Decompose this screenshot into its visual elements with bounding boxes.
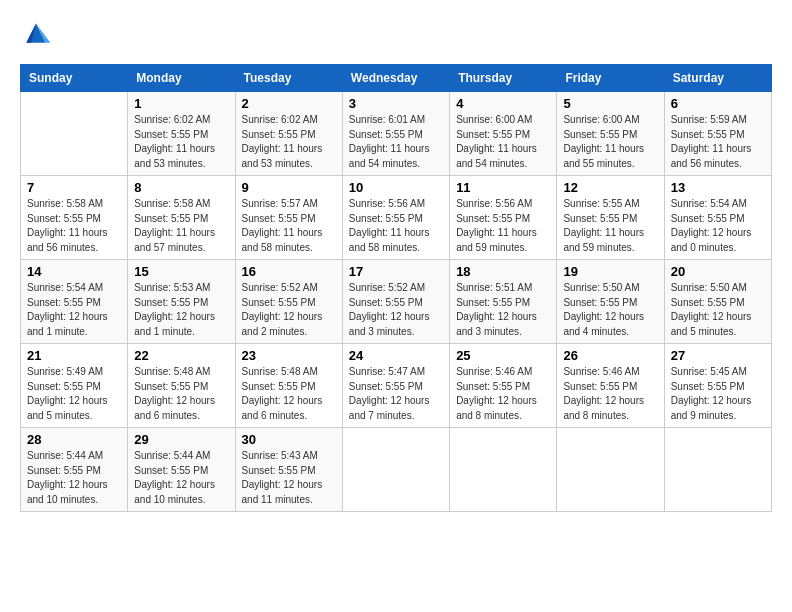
calendar-week-row: 7Sunrise: 5:58 AM Sunset: 5:55 PM Daylig… <box>21 176 772 260</box>
day-number: 15 <box>134 264 228 279</box>
calendar-day-cell: 14Sunrise: 5:54 AM Sunset: 5:55 PM Dayli… <box>21 260 128 344</box>
day-info: Sunrise: 5:54 AM Sunset: 5:55 PM Dayligh… <box>27 281 121 339</box>
day-number: 7 <box>27 180 121 195</box>
day-info: Sunrise: 5:55 AM Sunset: 5:55 PM Dayligh… <box>563 197 657 255</box>
day-info: Sunrise: 5:54 AM Sunset: 5:55 PM Dayligh… <box>671 197 765 255</box>
weekday-header-cell: Tuesday <box>235 65 342 92</box>
calendar-day-cell: 22Sunrise: 5:48 AM Sunset: 5:55 PM Dayli… <box>128 344 235 428</box>
calendar-day-cell: 7Sunrise: 5:58 AM Sunset: 5:55 PM Daylig… <box>21 176 128 260</box>
day-info: Sunrise: 5:52 AM Sunset: 5:55 PM Dayligh… <box>349 281 443 339</box>
day-info: Sunrise: 6:01 AM Sunset: 5:55 PM Dayligh… <box>349 113 443 171</box>
day-number: 16 <box>242 264 336 279</box>
calendar-day-cell: 30Sunrise: 5:43 AM Sunset: 5:55 PM Dayli… <box>235 428 342 512</box>
calendar-day-cell: 25Sunrise: 5:46 AM Sunset: 5:55 PM Dayli… <box>450 344 557 428</box>
day-info: Sunrise: 5:46 AM Sunset: 5:55 PM Dayligh… <box>456 365 550 423</box>
day-info: Sunrise: 5:56 AM Sunset: 5:55 PM Dayligh… <box>456 197 550 255</box>
day-number: 19 <box>563 264 657 279</box>
calendar-day-cell: 18Sunrise: 5:51 AM Sunset: 5:55 PM Dayli… <box>450 260 557 344</box>
day-number: 14 <box>27 264 121 279</box>
day-number: 23 <box>242 348 336 363</box>
day-info: Sunrise: 5:56 AM Sunset: 5:55 PM Dayligh… <box>349 197 443 255</box>
day-number: 2 <box>242 96 336 111</box>
calendar-day-cell: 10Sunrise: 5:56 AM Sunset: 5:55 PM Dayli… <box>342 176 449 260</box>
day-info: Sunrise: 5:47 AM Sunset: 5:55 PM Dayligh… <box>349 365 443 423</box>
calendar-day-cell: 20Sunrise: 5:50 AM Sunset: 5:55 PM Dayli… <box>664 260 771 344</box>
day-info: Sunrise: 5:53 AM Sunset: 5:55 PM Dayligh… <box>134 281 228 339</box>
day-info: Sunrise: 5:51 AM Sunset: 5:55 PM Dayligh… <box>456 281 550 339</box>
day-info: Sunrise: 5:59 AM Sunset: 5:55 PM Dayligh… <box>671 113 765 171</box>
calendar-day-cell: 15Sunrise: 5:53 AM Sunset: 5:55 PM Dayli… <box>128 260 235 344</box>
day-info: Sunrise: 5:49 AM Sunset: 5:55 PM Dayligh… <box>27 365 121 423</box>
weekday-header-row: SundayMondayTuesdayWednesdayThursdayFrid… <box>21 65 772 92</box>
calendar-day-cell: 6Sunrise: 5:59 AM Sunset: 5:55 PM Daylig… <box>664 92 771 176</box>
calendar-week-row: 21Sunrise: 5:49 AM Sunset: 5:55 PM Dayli… <box>21 344 772 428</box>
logo <box>20 20 56 48</box>
day-info: Sunrise: 5:58 AM Sunset: 5:55 PM Dayligh… <box>27 197 121 255</box>
weekday-header-cell: Saturday <box>664 65 771 92</box>
day-number: 28 <box>27 432 121 447</box>
day-number: 13 <box>671 180 765 195</box>
day-info: Sunrise: 5:50 AM Sunset: 5:55 PM Dayligh… <box>563 281 657 339</box>
calendar-day-cell: 29Sunrise: 5:44 AM Sunset: 5:55 PM Dayli… <box>128 428 235 512</box>
day-number: 17 <box>349 264 443 279</box>
day-info: Sunrise: 6:00 AM Sunset: 5:55 PM Dayligh… <box>456 113 550 171</box>
day-number: 24 <box>349 348 443 363</box>
calendar-week-row: 14Sunrise: 5:54 AM Sunset: 5:55 PM Dayli… <box>21 260 772 344</box>
day-number: 9 <box>242 180 336 195</box>
calendar-day-cell: 21Sunrise: 5:49 AM Sunset: 5:55 PM Dayli… <box>21 344 128 428</box>
day-number: 26 <box>563 348 657 363</box>
day-number: 3 <box>349 96 443 111</box>
day-number: 21 <box>27 348 121 363</box>
day-info: Sunrise: 5:45 AM Sunset: 5:55 PM Dayligh… <box>671 365 765 423</box>
calendar-day-cell: 17Sunrise: 5:52 AM Sunset: 5:55 PM Dayli… <box>342 260 449 344</box>
day-info: Sunrise: 5:43 AM Sunset: 5:55 PM Dayligh… <box>242 449 336 507</box>
calendar-day-cell: 5Sunrise: 6:00 AM Sunset: 5:55 PM Daylig… <box>557 92 664 176</box>
weekday-header-cell: Wednesday <box>342 65 449 92</box>
calendar-day-cell: 4Sunrise: 6:00 AM Sunset: 5:55 PM Daylig… <box>450 92 557 176</box>
day-number: 12 <box>563 180 657 195</box>
day-info: Sunrise: 6:02 AM Sunset: 5:55 PM Dayligh… <box>134 113 228 171</box>
day-number: 29 <box>134 432 228 447</box>
day-number: 18 <box>456 264 550 279</box>
day-info: Sunrise: 5:46 AM Sunset: 5:55 PM Dayligh… <box>563 365 657 423</box>
weekday-header-cell: Friday <box>557 65 664 92</box>
calendar-day-cell: 19Sunrise: 5:50 AM Sunset: 5:55 PM Dayli… <box>557 260 664 344</box>
day-number: 6 <box>671 96 765 111</box>
day-number: 4 <box>456 96 550 111</box>
weekday-header-cell: Thursday <box>450 65 557 92</box>
day-number: 20 <box>671 264 765 279</box>
day-info: Sunrise: 5:48 AM Sunset: 5:55 PM Dayligh… <box>134 365 228 423</box>
day-info: Sunrise: 5:48 AM Sunset: 5:55 PM Dayligh… <box>242 365 336 423</box>
calendar-day-cell <box>557 428 664 512</box>
calendar-day-cell <box>342 428 449 512</box>
calendar-week-row: 28Sunrise: 5:44 AM Sunset: 5:55 PM Dayli… <box>21 428 772 512</box>
calendar-day-cell: 23Sunrise: 5:48 AM Sunset: 5:55 PM Dayli… <box>235 344 342 428</box>
weekday-header-cell: Sunday <box>21 65 128 92</box>
calendar-day-cell: 13Sunrise: 5:54 AM Sunset: 5:55 PM Dayli… <box>664 176 771 260</box>
calendar-body: 1Sunrise: 6:02 AM Sunset: 5:55 PM Daylig… <box>21 92 772 512</box>
calendar-day-cell <box>21 92 128 176</box>
calendar-week-row: 1Sunrise: 6:02 AM Sunset: 5:55 PM Daylig… <box>21 92 772 176</box>
calendar-day-cell <box>450 428 557 512</box>
calendar-day-cell: 8Sunrise: 5:58 AM Sunset: 5:55 PM Daylig… <box>128 176 235 260</box>
calendar-day-cell: 24Sunrise: 5:47 AM Sunset: 5:55 PM Dayli… <box>342 344 449 428</box>
day-info: Sunrise: 5:44 AM Sunset: 5:55 PM Dayligh… <box>134 449 228 507</box>
day-info: Sunrise: 5:52 AM Sunset: 5:55 PM Dayligh… <box>242 281 336 339</box>
day-info: Sunrise: 5:58 AM Sunset: 5:55 PM Dayligh… <box>134 197 228 255</box>
calendar-day-cell: 2Sunrise: 6:02 AM Sunset: 5:55 PM Daylig… <box>235 92 342 176</box>
day-number: 8 <box>134 180 228 195</box>
calendar-day-cell <box>664 428 771 512</box>
calendar-day-cell: 1Sunrise: 6:02 AM Sunset: 5:55 PM Daylig… <box>128 92 235 176</box>
weekday-header-cell: Monday <box>128 65 235 92</box>
day-info: Sunrise: 5:57 AM Sunset: 5:55 PM Dayligh… <box>242 197 336 255</box>
calendar-table: SundayMondayTuesdayWednesdayThursdayFrid… <box>20 64 772 512</box>
day-info: Sunrise: 5:50 AM Sunset: 5:55 PM Dayligh… <box>671 281 765 339</box>
day-number: 11 <box>456 180 550 195</box>
day-number: 30 <box>242 432 336 447</box>
calendar-day-cell: 11Sunrise: 5:56 AM Sunset: 5:55 PM Dayli… <box>450 176 557 260</box>
day-info: Sunrise: 6:00 AM Sunset: 5:55 PM Dayligh… <box>563 113 657 171</box>
calendar-day-cell: 3Sunrise: 6:01 AM Sunset: 5:55 PM Daylig… <box>342 92 449 176</box>
calendar-day-cell: 27Sunrise: 5:45 AM Sunset: 5:55 PM Dayli… <box>664 344 771 428</box>
day-number: 5 <box>563 96 657 111</box>
day-number: 27 <box>671 348 765 363</box>
